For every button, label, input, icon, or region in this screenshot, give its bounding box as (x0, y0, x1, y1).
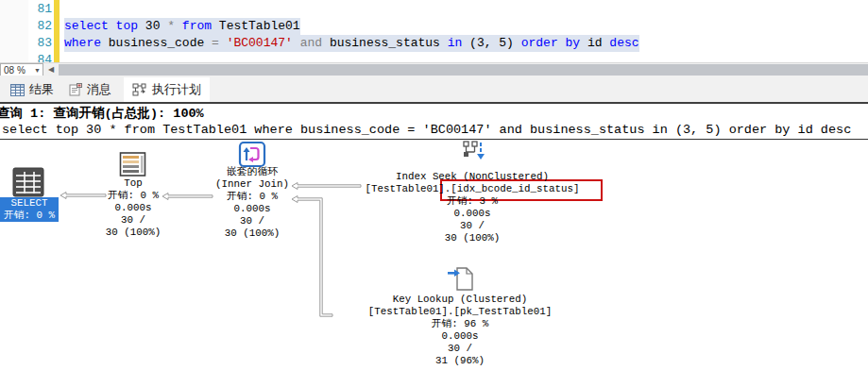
plan-node-text: 30 / (368, 343, 552, 355)
ssms-window: 8182select top 30 * from TestTable0183wh… (0, 0, 868, 387)
plan-node-text: 30 / (106, 214, 161, 227)
plan-node-text: 0.000s (368, 330, 552, 343)
plan-node-text: [TestTable01].[pk_TestTable01] (368, 306, 552, 318)
plan-node-text: 30 (100%) (215, 227, 289, 240)
plan-node-text: [TestTable01].[idx_bcode_id_status] (366, 183, 580, 195)
plan-node-text: 30 / (215, 215, 289, 227)
plan-connector-top-to-select (60, 193, 106, 199)
plan-node-text: 开销: 0 % (106, 190, 161, 202)
plan-node-text: 嵌套的循环 (215, 166, 289, 178)
plan-node-text: 0.000s (215, 203, 289, 215)
plan-node-nested-loops[interactable]: 嵌套的循环(Inner Join)开销: 0 %0.000s30 /30 (10… (215, 166, 289, 240)
plan-node-text: 开销: 0 % (215, 191, 289, 203)
plan-node-text: Index Seek (NonClustered) (366, 171, 580, 183)
plan-node-key-lookup[interactable]: Key Lookup (Clustered)[TestTable01].[pk_… (368, 294, 552, 367)
plan-node-text: 30 (100%) (366, 232, 580, 244)
plan-connector-keylookup-to-nestedloops (292, 196, 332, 317)
plan-node-text: SELECT (0, 197, 59, 210)
plan-node-text: Key Lookup (Clustered) (368, 294, 552, 306)
plan-node-text: 30 / (366, 220, 580, 232)
top-operator-icon[interactable] (119, 151, 147, 178)
plan-node-text: (Inner Join) (215, 178, 289, 191)
plan-node-text: 开销: 96 % (368, 318, 552, 330)
plan-node-text: 0.000s (106, 202, 161, 214)
plan-node-select[interactable]: SELECT开销: 0 % (0, 197, 59, 222)
nested-loops-icon[interactable] (238, 141, 266, 168)
plan-connector-nestedloops-to-top (162, 194, 213, 200)
plan-node-text: 开销: 0 % (0, 210, 59, 222)
plan-node-text: Top (106, 177, 161, 190)
plan-connector-indexseek-to-nestedloops (292, 183, 361, 190)
plan-node-index-seek[interactable]: Index Seek (NonClustered)[TestTable01].[… (366, 171, 580, 244)
plan-node-top[interactable]: Top开销: 0 %0.000s30 /30 (100%) (106, 177, 161, 239)
plan-node-text: 31 (96%) (368, 355, 552, 367)
plan-node-text: 0.000s (366, 208, 580, 220)
plan-node-text: 30 (100%) (106, 227, 161, 239)
key-lookup-icon[interactable] (446, 266, 474, 292)
plan-node-text: 开销: 3 % (366, 195, 580, 208)
index-seek-icon[interactable] (462, 139, 488, 169)
select-result-icon[interactable] (12, 167, 44, 197)
